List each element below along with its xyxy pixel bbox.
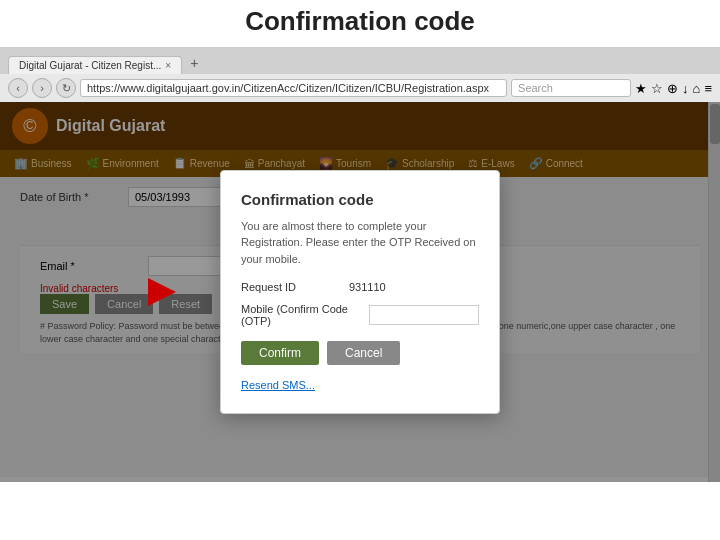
- modal-description: You are almost there to complete your Re…: [241, 218, 479, 268]
- browser-chrome: Digital Gujarat - Citizen Regist... × + …: [0, 47, 720, 102]
- nav-back-button[interactable]: ‹: [8, 78, 28, 98]
- browser-toolbar-icons: ★ ☆ ⊕ ↓ ⌂ ≡: [635, 81, 712, 96]
- request-id-row: Request ID 931110: [241, 281, 479, 293]
- modal-overlay: Confirmation code You are almost there t…: [0, 102, 720, 482]
- browser-tab-active[interactable]: Digital Gujarat - Citizen Regist... ×: [8, 56, 182, 74]
- otp-input[interactable]: [369, 305, 479, 325]
- search-bar[interactable]: Search: [511, 79, 631, 97]
- confirm-button[interactable]: Confirm: [241, 341, 319, 365]
- tab-close-icon[interactable]: ×: [165, 60, 171, 71]
- request-id-value: 931110: [349, 281, 386, 293]
- addon-icon[interactable]: ⊕: [667, 81, 678, 96]
- modal-action-buttons: Confirm Cancel: [241, 341, 479, 365]
- otp-row: Mobile (Confirm Code (OTP): [241, 303, 479, 327]
- browser-address-bar: ‹ › ↻ https://www.digitalgujaart.gov.in/…: [0, 74, 720, 102]
- url-bar[interactable]: https://www.digitalgujaart.gov.in/Citize…: [80, 79, 507, 97]
- otp-label: Mobile (Confirm Code (OTP): [241, 303, 361, 327]
- modal-cancel-button[interactable]: Cancel: [327, 341, 400, 365]
- page-title: Confirmation code: [0, 6, 720, 37]
- resend-sms-link[interactable]: Resend SMS...: [241, 379, 315, 391]
- home-icon[interactable]: ⌂: [693, 81, 701, 96]
- nav-refresh-button[interactable]: ↻: [56, 78, 76, 98]
- download-icon[interactable]: ↓: [682, 81, 689, 96]
- new-tab-button[interactable]: +: [182, 52, 206, 74]
- request-id-label: Request ID: [241, 281, 341, 293]
- bookmark-icon[interactable]: ☆: [651, 81, 663, 96]
- site-content: © Digital Gujarat 🏢 Business 🌿 Environme…: [0, 102, 720, 482]
- confirmation-modal: Confirmation code You are almost there t…: [220, 170, 500, 415]
- menu-icon[interactable]: ≡: [704, 81, 712, 96]
- page-title-bar: Confirmation code: [0, 0, 720, 47]
- browser-tabs: Digital Gujarat - Citizen Regist... × +: [0, 48, 720, 74]
- modal-title: Confirmation code: [241, 191, 479, 208]
- tab-label: Digital Gujarat - Citizen Regist...: [19, 60, 161, 71]
- arrow-pointer-icon: [148, 278, 176, 306]
- star-icon[interactable]: ★: [635, 81, 647, 96]
- nav-forward-button[interactable]: ›: [32, 78, 52, 98]
